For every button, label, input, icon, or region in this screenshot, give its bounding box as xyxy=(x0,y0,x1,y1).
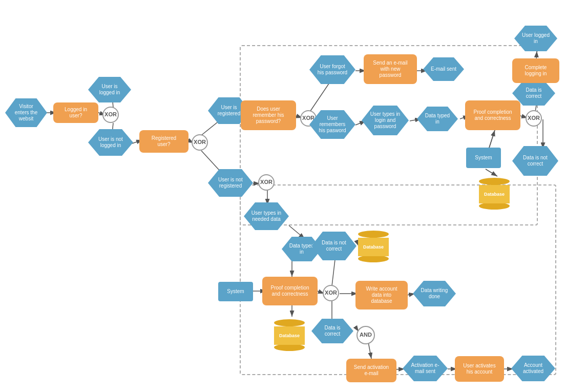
node-complete-logging: Complete logging in xyxy=(512,58,559,83)
node-user-not-logged: User is not logged in xyxy=(88,129,133,156)
node-xor5: XOR xyxy=(526,110,542,127)
diagram: Visitor enters the websit Logged in user… xyxy=(0,0,566,392)
node-database3: Database xyxy=(271,317,307,354)
node-registered-user: Registered user? xyxy=(139,130,188,153)
node-proof2: Proof completion and correctness xyxy=(262,277,318,305)
node-proof1: Proof completion and correctness xyxy=(465,100,520,130)
node-xor2: XOR xyxy=(192,134,208,151)
node-logged-in-user: Logged in user? xyxy=(53,102,98,123)
node-xor1: XOR xyxy=(102,107,119,123)
node-user-activates: User activates his account xyxy=(455,356,504,382)
node-user-logged-in: User is logged in xyxy=(88,77,131,102)
node-send-email: Send an e-mail with new password xyxy=(364,54,417,84)
node-system2: System xyxy=(218,282,253,301)
node-xor3: XOR xyxy=(258,174,275,191)
node-system1: System xyxy=(466,148,501,168)
node-send-activation: Send activation e-mail xyxy=(346,359,396,382)
node-database2: Database xyxy=(355,228,391,265)
node-does-user-remember: Does user remember his password? xyxy=(241,100,296,130)
node-database1: Database xyxy=(476,175,512,212)
node-write-account: Write account data into database xyxy=(355,281,408,310)
node-and1: AND xyxy=(357,326,375,344)
node-xor-proof2: XOR xyxy=(323,285,339,301)
node-visitor: Visitor enters the websit xyxy=(5,98,47,127)
